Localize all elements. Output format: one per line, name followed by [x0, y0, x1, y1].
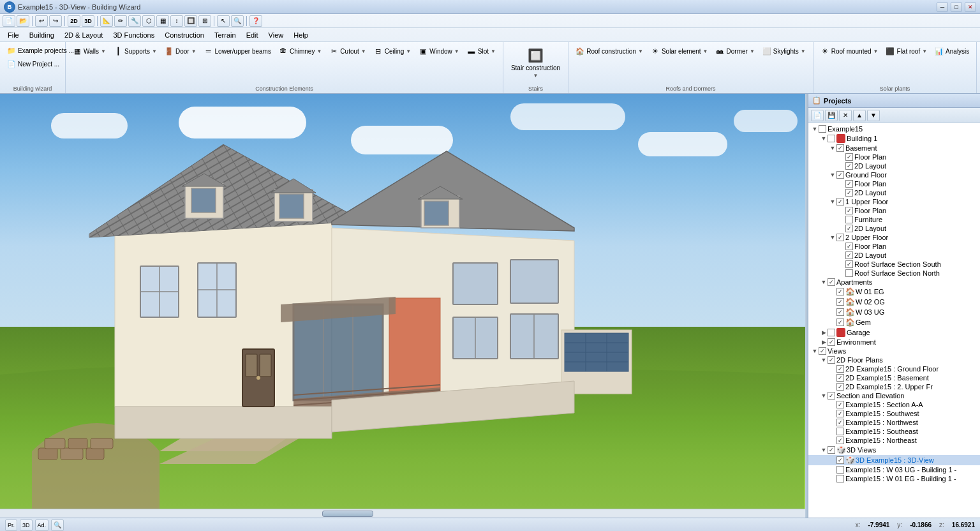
cursor-tool[interactable]: ↖: [217, 15, 230, 27]
dormer-button[interactable]: 🏘 Dormer ▼: [713, 45, 758, 57]
menu-2dlayout[interactable]: 2D & Layout: [59, 29, 108, 41]
tree-item-27[interactable]: 2D Example15 : Basement: [808, 373, 980, 382]
tree-item-5[interactable]: ▼Ground Floor: [808, 170, 980, 179]
tree-checkbox-12[interactable]: [836, 234, 844, 241]
tree-checkbox-20[interactable]: [836, 308, 844, 316]
tree-expand-24[interactable]: ▼: [811, 347, 819, 355]
status-ad-button[interactable]: Ad.: [35, 520, 49, 531]
3d-view[interactable]: [0, 94, 805, 518]
tree-checkbox-31[interactable]: [836, 410, 844, 417]
tree-expand-23[interactable]: ▶: [820, 338, 828, 346]
tree-checkbox-2[interactable]: [836, 144, 844, 152]
tree-expand-29[interactable]: ▼: [820, 392, 828, 400]
tree-item-35[interactable]: ▼🎲3D Views: [808, 445, 980, 455]
tree-expand-0[interactable]: ▼: [811, 125, 819, 133]
tree-checkbox-8[interactable]: [836, 198, 844, 206]
slot-button[interactable]: ▬ Slot ▼: [464, 45, 499, 57]
solar-element-button[interactable]: ☀ Solar element ▼: [648, 45, 711, 57]
tree-checkbox-22[interactable]: [828, 329, 835, 336]
tool4[interactable]: ⬡: [142, 15, 155, 27]
tree-item-11[interactable]: 2D Layout: [808, 224, 980, 233]
minimize-button[interactable]: ─: [937, 3, 948, 11]
tree-item-6[interactable]: Floor Plan: [808, 179, 980, 188]
tree-expand-5[interactable]: ▼: [829, 171, 836, 179]
tree-item-19[interactable]: 🏠W 02 OG: [808, 297, 980, 307]
tree-item-34[interactable]: Example15 : Northeast: [808, 436, 980, 445]
example-projects-button[interactable]: 📁 Example projects ... ▼ 📄 New Project .…: [4, 45, 61, 80]
projects-up[interactable]: ▲: [853, 110, 866, 121]
tree-checkbox-35[interactable]: [828, 446, 835, 454]
tree-expand-8[interactable]: ▼: [829, 198, 836, 206]
tree-item-17[interactable]: ▼Apartments: [808, 278, 980, 287]
tree-item-12[interactable]: ▼2 Upper Floor: [808, 233, 980, 242]
projects-down[interactable]: ▼: [867, 110, 880, 121]
projects-tree[interactable]: ▼Example15▼Building 1▼BasementFloor Plan…: [808, 123, 980, 518]
tree-checkbox-34[interactable]: [836, 437, 844, 444]
new-button[interactable]: 📄: [3, 15, 15, 27]
tree-expand-1[interactable]: ▼: [820, 135, 828, 142]
tree-checkbox-0[interactable]: [819, 125, 826, 133]
2d-button[interactable]: 2D: [68, 15, 80, 27]
3d-button[interactable]: 3D: [82, 15, 94, 27]
stair-construction-button[interactable]: 🔲 Stair construction ▼: [507, 45, 564, 82]
menu-help[interactable]: Help: [288, 29, 313, 41]
tree-expand-17[interactable]: ▼: [820, 278, 828, 286]
status-zoom-button[interactable]: 🔍: [51, 520, 64, 531]
tree-item-7[interactable]: 2D Layout: [808, 188, 980, 197]
walls-button[interactable]: ▦ Walls ▼: [70, 45, 109, 57]
tree-item-16[interactable]: Roof Surface Section North: [808, 269, 980, 278]
tree-expand-22[interactable]: ▶: [820, 329, 828, 336]
tree-checkbox-4[interactable]: [845, 162, 853, 170]
door-button[interactable]: 🚪 Door ▼: [161, 45, 200, 57]
tree-checkbox-26[interactable]: [836, 365, 844, 373]
close-button[interactable]: ✕: [965, 3, 976, 11]
tree-item-13[interactable]: Floor Plan: [808, 242, 980, 251]
roof-construction-button[interactable]: 🏠 Roof construction ▼: [572, 45, 646, 57]
supports-button[interactable]: ┃ Supports ▼: [110, 45, 160, 57]
tree-checkbox-32[interactable]: [836, 419, 844, 426]
tree-checkbox-6[interactable]: [845, 180, 853, 188]
window-button[interactable]: ▣ Window ▼: [415, 45, 463, 57]
tree-item-9[interactable]: Floor Plan: [808, 206, 980, 215]
tree-checkbox-23[interactable]: [828, 338, 835, 346]
tool7[interactable]: 🔲: [184, 15, 197, 27]
tree-expand-35[interactable]: ▼: [820, 446, 828, 454]
tree-item-3[interactable]: Floor Plan: [808, 153, 980, 161]
tree-item-0[interactable]: ▼Example15: [808, 124, 980, 133]
tree-expand-25[interactable]: ▼: [820, 356, 828, 364]
analysis-button[interactable]: 📊 Analysis: [932, 45, 972, 57]
roof-mounted-button[interactable]: ☀ Roof mounted ▼: [817, 45, 882, 57]
tree-item-18[interactable]: 🏠W 01 EG: [808, 287, 980, 297]
tree-item-30[interactable]: Example15 : Section A-A: [808, 400, 980, 409]
titlebar-controls[interactable]: ─ □ ✕: [937, 3, 976, 11]
redo-button[interactable]: ↪: [49, 15, 62, 27]
tree-checkbox-21[interactable]: [836, 318, 844, 326]
menu-terrain[interactable]: Terrain: [209, 29, 241, 41]
menu-building[interactable]: Building: [24, 29, 59, 41]
menu-3dfunctions[interactable]: 3D Functions: [108, 29, 160, 41]
tree-checkbox-9[interactable]: [845, 207, 853, 214]
tree-item-8[interactable]: ▼1 Upper Floor: [808, 197, 980, 206]
tree-checkbox-25[interactable]: [828, 356, 835, 364]
tree-item-31[interactable]: Example15 : Southwest: [808, 409, 980, 418]
tree-checkbox-24[interactable]: [819, 347, 826, 355]
tree-item-10[interactable]: Furniture: [808, 215, 980, 224]
tool5[interactable]: ▦: [156, 15, 169, 27]
tree-checkbox-33[interactable]: [836, 428, 844, 435]
tree-checkbox-19[interactable]: [836, 298, 844, 306]
tool1[interactable]: 📐: [100, 15, 113, 27]
lower-upper-beams-button[interactable]: ═ Lower/upper beams: [201, 45, 274, 57]
tree-item-23[interactable]: ▶Environment: [808, 338, 980, 347]
tool8[interactable]: ⊞: [198, 15, 211, 27]
tree-item-36[interactable]: 🎲3D Example15 : 3D-View: [808, 455, 980, 465]
scrollbar-thumb[interactable]: [322, 511, 373, 517]
open-button[interactable]: 📂: [17, 15, 29, 27]
tree-checkbox-16[interactable]: [845, 269, 853, 277]
projects-save[interactable]: 💾: [825, 110, 838, 121]
tree-expand-12[interactable]: ▼: [829, 234, 836, 241]
help-button[interactable]: ❓: [249, 15, 262, 27]
menu-view[interactable]: View: [264, 29, 289, 41]
tree-checkbox-17[interactable]: [828, 278, 835, 286]
tree-item-26[interactable]: 2D Example15 : Ground Floor: [808, 364, 980, 373]
status-3d-button[interactable]: 3D: [20, 520, 33, 531]
